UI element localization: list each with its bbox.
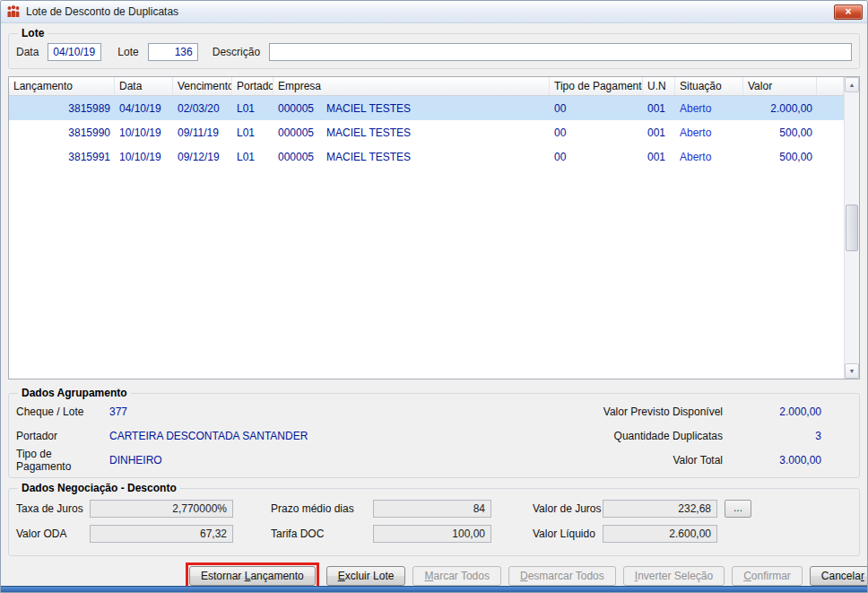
empresa-codigo: 000005 [278,151,314,163]
table-row[interactable]: 3815990 10/10/19 09/11/19 L01 000005MACI… [9,120,844,144]
taxa-juros-field: 2,770000% [90,500,233,518]
valor-previsto-value: 2.000,00 [723,406,821,418]
empresa-nome: MACIEL TESTES [326,126,411,139]
empresa-nome: MACIEL TESTES [326,102,411,115]
lote-label: Lote [117,46,138,58]
col-header-data[interactable]: Data [115,77,173,95]
prazo-medio-field: 84 [373,500,491,518]
empresa-codigo: 000005 [278,126,314,139]
table-row[interactable]: 3815989 04/10/19 02/03/20 L01 000005MACI… [9,96,844,120]
app-icon [6,4,21,19]
cell-valor: 500,00 [743,151,817,163]
estornar-lancamento-button[interactable]: Estornar Lançamento [189,566,316,586]
quantidade-duplicatas-label: Quantidade Duplicatas [570,430,723,442]
taxa-juros-label: Taxa de Juros [16,500,83,518]
excluir-lote-button[interactable]: Excluir Lote [326,566,406,586]
agrupamento-row: Portador CARTEIRA DESCONTADA SANTANDER Q… [16,423,852,448]
cell-lancamento: 3815990 [9,126,115,139]
agrupamento-legend: Dados Agrupamento [18,387,131,399]
portador-label: Portador [16,430,109,442]
cell-un: 001 [643,126,675,139]
cell-tipo-pagamento: 00 [550,102,643,115]
lote-group: Lote Data Lote Descrição [8,27,860,69]
quantidade-duplicatas-value: 3 [723,430,821,442]
col-header-filler [817,77,844,95]
valor-juros-field: 232,68 [603,500,717,518]
valor-previsto-label: Valor Previsto Disponível [570,406,723,418]
agrupamento-row: Tipo de Pagamento DINHEIRO Valor Total 3… [16,448,852,472]
tipo-pagamento-label: Tipo de Pagamento [16,448,109,473]
cheque-lote-value: 377 [109,406,570,418]
duplicatas-grid: Lançamento Data Vencimento Portador Empr… [8,76,860,379]
tarifa-doc-label: Tarifa DOC [271,525,324,543]
col-header-empresa[interactable]: Empresa [273,77,550,95]
cell-portador: L01 [232,102,273,115]
valor-oda-label: Valor ODA [16,525,66,543]
cell-un: 001 [643,102,675,115]
cell-empresa: 000005MACIEL TESTES [273,126,550,139]
cell-un: 001 [643,151,675,163]
empresa-nome: MACIEL TESTES [326,151,411,163]
cell-portador: L01 [232,151,273,163]
data-input[interactable] [48,43,101,61]
tarifa-doc-field: 100,00 [373,525,491,543]
window-bottom-border [1,586,867,592]
negociacao-group: Dados Negociação - Desconto Taxa de Juro… [8,482,860,556]
valor-oda-field: 67,32 [90,525,233,543]
cell-vencimento: 02/03/20 [173,102,232,115]
col-header-situacao[interactable]: Situação [675,77,743,95]
cell-portador: L01 [232,126,273,139]
lote-group-legend: Lote [18,27,48,39]
col-header-vencimento[interactable]: Vencimento [173,77,232,95]
prazo-medio-label: Prazo médio dias [271,500,354,518]
valor-liquido-label: Valor Líquido [533,525,595,543]
cell-data: 04/10/19 [115,102,173,115]
col-header-portador[interactable]: Portador [232,77,273,95]
cancelar-button[interactable]: Cancelar [810,566,868,586]
scroll-up-icon[interactable]: ▲ [845,77,859,92]
desmarcar-todos-button: Desmarcar Todos [508,566,616,586]
cell-tipo-pagamento: 00 [550,151,643,163]
vertical-scrollbar[interactable]: ▲ ▼ [844,77,859,379]
col-header-lancamento[interactable]: Lançamento [9,77,115,95]
ellipsis-button[interactable]: ... [725,500,751,518]
col-header-valor[interactable]: Valor [743,77,817,95]
cell-lancamento: 3815991 [9,151,115,163]
negociacao-legend: Dados Negociação - Desconto [18,482,180,494]
dialog-window: Lote de Desconto de Duplicatas × Lote Da… [0,0,868,593]
valor-total-value: 3.000,00 [723,454,821,467]
data-label: Data [16,46,39,58]
descricao-label: Descrição [213,46,260,58]
cell-tipo-pagamento: 00 [550,126,643,139]
close-button[interactable]: × [834,4,863,20]
cell-empresa: 000005MACIEL TESTES [273,102,550,115]
grid-header: Lançamento Data Vencimento Portador Empr… [9,77,844,96]
valor-juros-label: Valor de Juros [533,500,601,518]
cell-lancamento: 3815989 [9,102,115,115]
lote-input[interactable] [148,43,198,61]
valor-liquido-field: 2.600,00 [603,525,717,543]
scroll-down-icon[interactable]: ▼ [845,363,859,379]
title-bar[interactable]: Lote de Desconto de Duplicatas × [1,1,867,23]
portador-value: CARTEIRA DESCONTADA SANTANDER [109,430,570,442]
cell-data: 10/10/19 [115,151,173,163]
window-title: Lote de Desconto de Duplicatas [26,5,178,18]
agrupamento-group: Dados Agrupamento Cheque / Lote 377 Valo… [8,387,860,478]
inverter-selecao-button: Inverter Seleção [623,566,725,586]
descricao-input[interactable] [269,43,852,61]
cell-vencimento: 09/12/19 [173,151,232,163]
cell-situacao: Aberto [675,151,743,163]
cell-situacao: Aberto [675,126,743,139]
cell-valor: 2.000,00 [743,102,817,115]
cheque-lote-label: Cheque / Lote [16,406,109,418]
agrupamento-row: Cheque / Lote 377 Valor Previsto Disponí… [16,399,852,423]
scrollbar-thumb[interactable] [846,205,858,251]
tipo-pagamento-value: DINHEIRO [109,454,570,467]
cell-vencimento: 09/11/19 [173,126,232,139]
empresa-codigo: 000005 [278,102,314,115]
confirmar-button: Confirmar [732,566,803,586]
col-header-tipo-pagamento[interactable]: Tipo de Pagamento [550,77,643,95]
table-row[interactable]: 3815991 10/10/19 09/12/19 L01 000005MACI… [9,144,844,169]
col-header-un[interactable]: U.N [643,77,675,95]
cell-valor: 500,00 [743,126,817,139]
